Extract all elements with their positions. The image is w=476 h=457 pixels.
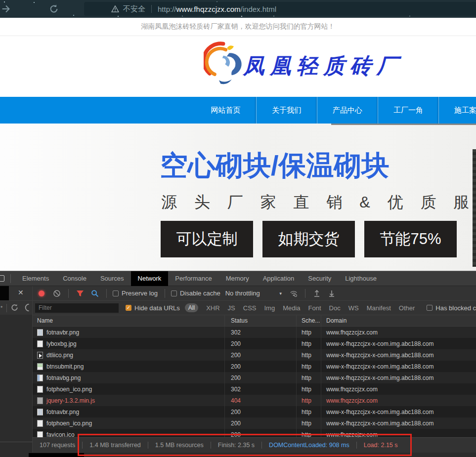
table-row[interactable]: fotphoen_ico.png 200 http www-x-fhqzzcjz… bbox=[33, 417, 476, 429]
column-header-status[interactable]: Status bbox=[225, 315, 297, 326]
notice-text: 湖南凤凰泡沫砖轻质砖厂家直销，欢迎您访问我们的官方网站！ bbox=[141, 22, 335, 31]
file-icon bbox=[37, 374, 43, 381]
file-icon bbox=[37, 431, 43, 438]
filter-input[interactable] bbox=[35, 303, 119, 313]
devtools-tab[interactable]: Elements bbox=[15, 271, 56, 286]
table-row[interactable]: dtliico.png 200 http www-x-fhqzzcjzx-x-c… bbox=[33, 349, 476, 361]
filter-type[interactable]: Img bbox=[260, 304, 279, 312]
request-status: 200 bbox=[225, 406, 297, 417]
disable-cache-checkbox[interactable] bbox=[171, 291, 177, 296]
summary-segment: Finish: 2.35 s bbox=[211, 442, 261, 449]
request-domain: www.fhqzzcjzx.com bbox=[321, 383, 476, 395]
nav-item[interactable]: 网站首页 bbox=[195, 97, 256, 124]
nav-item[interactable]: 关于我们 bbox=[256, 97, 317, 124]
table-row[interactable]: favicon.ico 200 http www.fhqzzcjzx.com bbox=[33, 429, 476, 437]
filter-type[interactable]: Other bbox=[395, 304, 419, 312]
request-scheme: http bbox=[297, 349, 321, 361]
tabbar-separator bbox=[10, 274, 11, 283]
column-header-domain[interactable]: Domain bbox=[321, 315, 476, 326]
devtools-tabs: Elements Console Sources Network Perform… bbox=[15, 271, 384, 286]
file-icon bbox=[37, 340, 43, 347]
has-blocked-cookies-label: Has blocked cookies bbox=[435, 304, 476, 312]
nav-item[interactable]: 产品中心 bbox=[317, 97, 378, 124]
devtools-tab[interactable]: Application bbox=[256, 271, 302, 286]
request-scheme: http bbox=[297, 383, 321, 395]
nav-item[interactable]: 工厂一角 bbox=[378, 97, 438, 124]
preserve-log-checkbox[interactable] bbox=[113, 291, 119, 296]
summary-text: 107 requests bbox=[40, 442, 75, 449]
request-domain: www.fhqzzcjzx.com bbox=[321, 327, 476, 338]
summary-text: 1.4 MB transferred bbox=[89, 442, 141, 449]
summary-text: 1.5 MB resources bbox=[155, 442, 204, 449]
has-blocked-cookies-checkbox[interactable] bbox=[427, 305, 433, 311]
request-status: 302 bbox=[225, 327, 297, 338]
reload-icon[interactable] bbox=[48, 3, 59, 14]
network-table-header: Name Status Sche... Domain bbox=[33, 315, 476, 327]
throttling-select[interactable]: No throttling ▼ bbox=[225, 290, 283, 297]
devtools-tab[interactable]: Sources bbox=[93, 271, 131, 286]
request-status: 200 bbox=[225, 417, 297, 429]
filter-all-pill[interactable]: All bbox=[185, 303, 198, 312]
clipped-circle-icon[interactable] bbox=[25, 303, 33, 312]
refresh-icon[interactable] bbox=[10, 303, 19, 312]
regex-icon[interactable]: * bbox=[0, 305, 2, 311]
network-toolbar: Preserve log Disable cache No throttling… bbox=[33, 286, 476, 300]
import-har-icon[interactable] bbox=[313, 290, 321, 297]
toolbar-separator bbox=[165, 289, 165, 298]
filter-type[interactable]: Doc bbox=[325, 304, 345, 312]
column-header-scheme[interactable]: Sche... bbox=[297, 315, 321, 326]
table-row[interactable]: lyboxbg.jpg 200 http www-x-fhqzzcjzx-x-c… bbox=[33, 338, 476, 349]
table-row[interactable]: fotnavbr.png 200 http www-x-fhqzzcjzx-x-… bbox=[33, 406, 476, 417]
filter-icon[interactable] bbox=[76, 290, 84, 297]
network-conditions-icon[interactable] bbox=[290, 290, 298, 297]
banner-button[interactable]: 可以定制 bbox=[161, 221, 253, 257]
device-toolbar-icon[interactable] bbox=[0, 275, 4, 282]
request-name: jquery-1.3.2.min.js bbox=[46, 397, 95, 404]
filter-type[interactable]: JS bbox=[224, 304, 239, 312]
forward-icon[interactable] bbox=[0, 3, 11, 14]
summary-segment: DOMContentLoaded: 908 ms bbox=[261, 442, 356, 449]
table-row[interactable]: fotnavbr.png 302 http www.fhqzzcjzx.com bbox=[33, 327, 476, 338]
devtools-tab[interactable]: Performance bbox=[168, 271, 218, 286]
hide-data-urls-checkbox[interactable]: ✓ bbox=[126, 305, 131, 311]
table-row[interactable]: fotnavbg.png 200 http www-x-fhqzzcjzx-x-… bbox=[33, 372, 476, 383]
export-har-icon[interactable] bbox=[328, 290, 336, 297]
devtools-tab[interactable]: Console bbox=[56, 271, 93, 286]
summary-text: Load: 2.15 s bbox=[364, 442, 398, 449]
request-name: lyboxbg.jpg bbox=[46, 340, 77, 347]
filter-type[interactable]: Manifest bbox=[363, 304, 395, 312]
table-row[interactable]: fotphoen_ico.png 302 http www.fhqzzcjzx.… bbox=[33, 383, 476, 395]
site-header: 凤凰轻质砖厂 专注于各种泡沫砖轻质砖厂 bbox=[0, 36, 476, 97]
filter-type[interactable]: WS bbox=[345, 304, 363, 312]
devtools-tab[interactable]: Memory bbox=[219, 271, 256, 286]
gutter-separator bbox=[6, 304, 7, 312]
filter-type[interactable]: Media bbox=[279, 304, 304, 312]
column-header-name[interactable]: Name bbox=[33, 315, 225, 326]
summary-segment: 107 requests bbox=[33, 442, 82, 449]
main-nav: 网站首页 关于我们 产品中心 工厂一角 施工案例 bbox=[0, 97, 476, 124]
request-scheme: http bbox=[297, 395, 321, 406]
file-icon bbox=[37, 329, 43, 336]
url-bar[interactable]: 不安全 http://www.fhqzzcjzx.com/index.html bbox=[84, 2, 476, 16]
devtools-tab[interactable]: Lighthouse bbox=[338, 271, 384, 286]
devtools-tab[interactable]: Security bbox=[301, 271, 338, 286]
nav-item[interactable]: 施工案例 bbox=[438, 97, 476, 124]
throttling-value: No throttling bbox=[225, 290, 260, 297]
table-row[interactable]: btnsubmit.png 200 http www-x-fhqzzcjzx-x… bbox=[33, 361, 476, 372]
devtools-tab-label: Lighthouse bbox=[345, 275, 377, 282]
close-icon[interactable]: ✕ bbox=[18, 289, 24, 296]
url-scheme: http:// bbox=[158, 5, 176, 13]
filter-type[interactable]: XHR bbox=[202, 304, 223, 312]
devtools-tab[interactable]: Network bbox=[131, 271, 169, 286]
hide-data-urls-label: Hide data URLs bbox=[134, 304, 180, 312]
hero-banner: 空心砌块/保温砌块 源 头 厂 家 直 销 & 优 质 服 务 可以定制 如期交… bbox=[0, 124, 476, 271]
search-icon[interactable] bbox=[91, 290, 99, 297]
filter-type[interactable]: CSS bbox=[239, 304, 260, 312]
banner-button[interactable]: 如期交货 bbox=[262, 221, 355, 257]
filter-type[interactable]: Font bbox=[304, 304, 325, 312]
record-button[interactable] bbox=[39, 291, 44, 296]
clear-icon[interactable] bbox=[53, 290, 61, 297]
preserve-log-label: Preserve log bbox=[122, 290, 158, 297]
banner-button[interactable]: 节能75% bbox=[364, 221, 457, 257]
table-row[interactable]: jquery-1.3.2.min.js 404 http www.fhqzzcj… bbox=[33, 395, 476, 406]
